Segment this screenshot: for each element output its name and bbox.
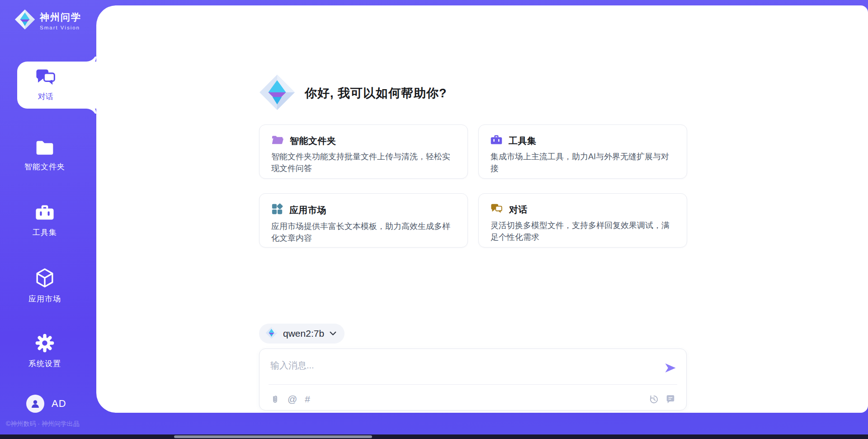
scrollbar-thumb[interactable] [174, 435, 372, 438]
brand-name-en: Smart Vision [40, 25, 81, 30]
folder-icon [35, 139, 54, 158]
chevron-down-icon [330, 329, 336, 338]
card-description: 集成市场上主流工具，助力AI与外界无缝扩展与对接 [491, 151, 675, 174]
sidebar-item-settings[interactable]: 系统设置 [0, 330, 90, 372]
chat-icon [491, 203, 503, 216]
sidebar-item-label: 应用市场 [28, 294, 61, 304]
sidebar-item-label: 系统设置 [28, 358, 61, 369]
brand-diamond-icon [14, 9, 35, 32]
grid-icon [271, 203, 283, 217]
card-title: 应用市场 [289, 204, 326, 216]
card-description: 应用市场提供丰富长文本模板，助力高效生成多样化文章内容 [271, 221, 456, 244]
model-name: qwen2:7b [283, 328, 324, 339]
card-description: 智能文件夹功能支持批量文件上传与清洗，轻松实现文件问答 [271, 151, 456, 174]
brand-name-cn: 神州问学 [40, 11, 81, 24]
chat-icon [35, 68, 56, 89]
gear-icon [35, 334, 54, 355]
attach-file-icon[interactable] [270, 394, 280, 405]
hash-topic-icon[interactable]: # [305, 394, 310, 405]
footer-credit: ©神州数码 · 神州问学出品 [6, 420, 80, 428]
model-diamond-icon [265, 327, 278, 341]
feature-cards: 智能文件夹 智能文件夹功能支持批量文件上传与清洗，轻松实现文件问答 工具集 集成… [259, 124, 687, 248]
message-input[interactable] [270, 357, 650, 373]
greeting-text: 你好, 我可以如何帮助你? [305, 85, 447, 101]
feature-card-app-market[interactable]: 应用市场 应用市场提供丰富长文本模板，助力高效生成多样化文章内容 [259, 193, 468, 248]
sidebar-item-chat[interactable]: 对话 [17, 62, 96, 109]
sidebar-item-label: 工具集 [33, 227, 57, 238]
main-panel: 你好, 我可以如何帮助你? 智能文件夹 智能文件夹功能支持批量文件上传与清洗，轻… [96, 5, 868, 413]
user-initials: AD [52, 398, 66, 410]
history-icon[interactable] [649, 394, 659, 405]
cube-icon [35, 268, 54, 290]
send-button[interactable] [665, 363, 676, 375]
composer-divider [269, 384, 677, 385]
horizontal-scrollbar [0, 434, 868, 439]
card-title: 工具集 [509, 135, 537, 147]
avatar [26, 395, 44, 413]
briefcase-icon [491, 134, 502, 147]
card-title: 智能文件夹 [290, 135, 336, 147]
user-profile[interactable]: AD [26, 395, 66, 413]
feature-card-smart-folder[interactable]: 智能文件夹 智能文件夹功能支持批量文件上传与清洗，轻松实现文件问答 [259, 124, 468, 179]
card-description: 灵活切换多模型文件，支持多样回复效果调试，满足个性化需求 [491, 220, 675, 243]
brand-logo: 神州问学 Smart Vision [14, 9, 81, 32]
model-selector[interactable]: qwen2:7b [259, 324, 344, 344]
sidebar-item-label: 对话 [38, 91, 53, 102]
sidebar-item-smart-folder[interactable]: 智能文件夹 [0, 135, 90, 177]
greeting-diamond-icon [259, 74, 296, 113]
sidebar-item-toolset[interactable]: 工具集 [0, 200, 90, 242]
sidebar-item-app-market[interactable]: 应用市场 [0, 265, 90, 307]
greeting: 你好, 我可以如何帮助你? [259, 74, 447, 113]
card-title: 对话 [509, 204, 528, 216]
message-composer: @ # [259, 348, 687, 410]
chat-bubble-icon[interactable] [665, 394, 675, 404]
feature-card-toolset[interactable]: 工具集 集成市场上主流工具，助力AI与外界无缝扩展与对接 [478, 124, 687, 179]
feature-card-chat[interactable]: 对话 灵活切换多模型文件，支持多样回复效果调试，满足个性化需求 [478, 193, 687, 248]
at-mention-icon[interactable]: @ [288, 394, 297, 405]
briefcase-icon [35, 204, 54, 224]
sidebar: 神州问学 Smart Vision 对话 智能文件夹 [0, 0, 96, 439]
folder-open-icon [271, 134, 283, 147]
sidebar-item-label: 智能文件夹 [24, 162, 65, 172]
